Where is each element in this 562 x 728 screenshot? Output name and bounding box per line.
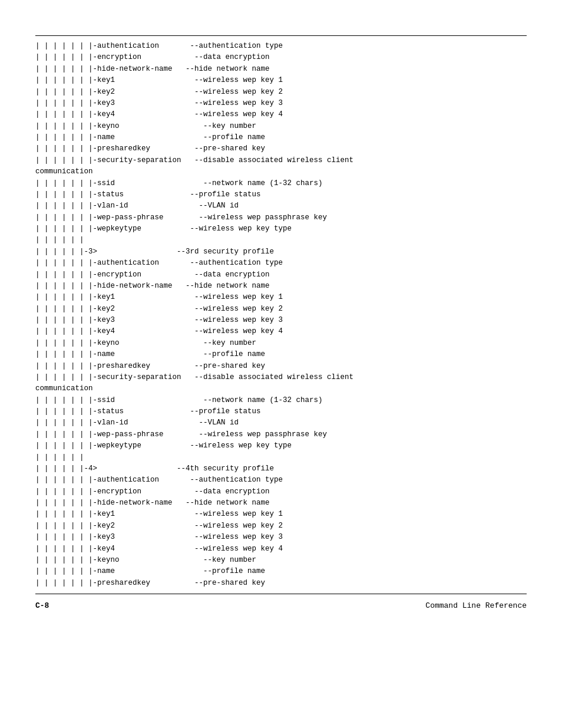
top-divider [35,35,527,36]
footer: C-8 Command Line Reference [35,601,527,610]
footer-page-number: C-8 [35,601,49,610]
footer-title: Command Line Reference [425,601,527,610]
code-block: | | | | | | |-authentication --authentic… [35,41,527,589]
page-container: | | | | | | |-authentication --authentic… [0,0,562,728]
bottom-divider [35,594,527,594]
content-area: | | | | | | |-authentication --authentic… [35,41,527,589]
